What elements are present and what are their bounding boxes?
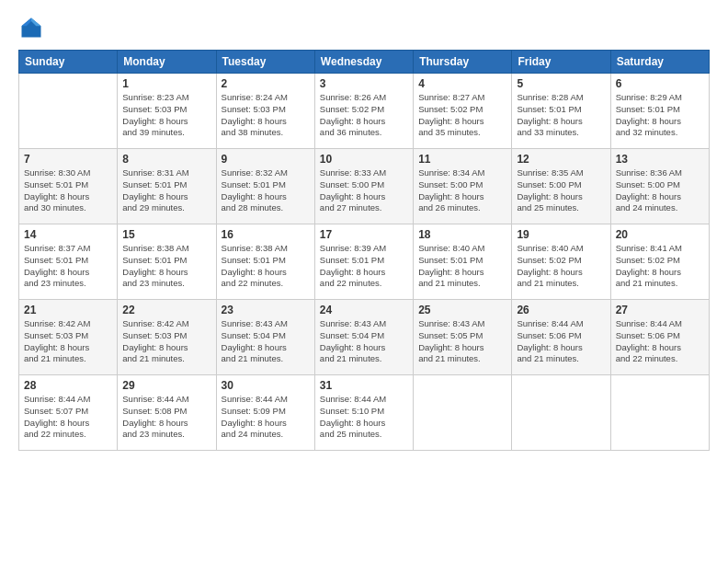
day-cell: 5Sunrise: 8:28 AM Sunset: 5:01 PM Daylig… xyxy=(512,74,610,149)
day-cell: 15Sunrise: 8:38 AM Sunset: 5:01 PM Dayli… xyxy=(118,224,216,300)
day-cell: 31Sunrise: 8:44 AM Sunset: 5:10 PM Dayli… xyxy=(314,375,413,451)
day-cell: 12Sunrise: 8:35 AM Sunset: 5:00 PM Dayli… xyxy=(512,149,610,224)
day-info: Sunrise: 8:40 AM Sunset: 5:02 PM Dayligh… xyxy=(517,243,605,290)
day-info: Sunrise: 8:39 AM Sunset: 5:01 PM Dayligh… xyxy=(320,243,408,290)
day-info: Sunrise: 8:29 AM Sunset: 5:01 PM Dayligh… xyxy=(616,92,704,139)
day-number: 8 xyxy=(122,153,210,166)
day-info: Sunrise: 8:37 AM Sunset: 5:01 PM Dayligh… xyxy=(24,243,112,290)
week-row-2: 7Sunrise: 8:30 AM Sunset: 5:01 PM Daylig… xyxy=(19,149,710,224)
day-number: 9 xyxy=(222,153,310,166)
day-info: Sunrise: 8:43 AM Sunset: 5:05 PM Dayligh… xyxy=(418,318,506,365)
day-number: 18 xyxy=(418,228,506,241)
day-cell: 14Sunrise: 8:37 AM Sunset: 5:01 PM Dayli… xyxy=(19,224,118,300)
day-info: Sunrise: 8:44 AM Sunset: 5:06 PM Dayligh… xyxy=(517,318,605,365)
header-cell-sunday: Sunday xyxy=(19,51,118,74)
day-cell xyxy=(610,375,709,451)
day-cell: 10Sunrise: 8:33 AM Sunset: 5:00 PM Dayli… xyxy=(314,149,413,224)
header-cell-monday: Monday xyxy=(118,51,216,74)
day-info: Sunrise: 8:35 AM Sunset: 5:00 PM Dayligh… xyxy=(517,167,605,214)
day-number: 19 xyxy=(517,228,605,241)
day-number: 5 xyxy=(517,77,605,90)
day-number: 1 xyxy=(122,77,210,90)
day-cell xyxy=(19,74,118,149)
day-info: Sunrise: 8:36 AM Sunset: 5:00 PM Dayligh… xyxy=(616,167,704,214)
day-info: Sunrise: 8:42 AM Sunset: 5:03 PM Dayligh… xyxy=(24,318,112,365)
day-number: 31 xyxy=(320,379,408,392)
day-info: Sunrise: 8:31 AM Sunset: 5:01 PM Dayligh… xyxy=(122,167,210,214)
calendar-table: SundayMondayTuesdayWednesdayThursdayFrid… xyxy=(18,50,710,451)
day-cell: 21Sunrise: 8:42 AM Sunset: 5:03 PM Dayli… xyxy=(19,300,118,375)
header-cell-saturday: Saturday xyxy=(610,51,709,74)
day-number: 26 xyxy=(517,304,605,316)
day-number: 23 xyxy=(222,304,310,316)
day-number: 17 xyxy=(320,228,408,241)
day-cell: 8Sunrise: 8:31 AM Sunset: 5:01 PM Daylig… xyxy=(118,149,216,224)
day-number: 11 xyxy=(418,153,506,166)
day-number: 10 xyxy=(320,153,408,166)
day-info: Sunrise: 8:27 AM Sunset: 5:02 PM Dayligh… xyxy=(418,92,506,139)
day-info: Sunrise: 8:44 AM Sunset: 5:08 PM Dayligh… xyxy=(122,394,210,441)
header-row: SundayMondayTuesdayWednesdayThursdayFrid… xyxy=(19,51,710,74)
day-number: 30 xyxy=(222,379,310,392)
day-cell: 25Sunrise: 8:43 AM Sunset: 5:05 PM Dayli… xyxy=(414,300,512,375)
day-cell: 13Sunrise: 8:36 AM Sunset: 5:00 PM Dayli… xyxy=(610,149,709,224)
header-cell-thursday: Thursday xyxy=(414,51,512,74)
page: SundayMondayTuesdayWednesdayThursdayFrid… xyxy=(0,0,728,563)
day-info: Sunrise: 8:24 AM Sunset: 5:03 PM Dayligh… xyxy=(222,92,310,139)
day-number: 4 xyxy=(418,77,506,90)
day-info: Sunrise: 8:44 AM Sunset: 5:10 PM Dayligh… xyxy=(320,394,408,441)
day-cell: 7Sunrise: 8:30 AM Sunset: 5:01 PM Daylig… xyxy=(19,149,118,224)
day-info: Sunrise: 8:41 AM Sunset: 5:02 PM Dayligh… xyxy=(616,243,704,290)
day-info: Sunrise: 8:34 AM Sunset: 5:00 PM Dayligh… xyxy=(418,167,506,214)
week-row-4: 21Sunrise: 8:42 AM Sunset: 5:03 PM Dayli… xyxy=(19,300,710,375)
day-cell: 19Sunrise: 8:40 AM Sunset: 5:02 PM Dayli… xyxy=(512,224,610,300)
day-info: Sunrise: 8:38 AM Sunset: 5:01 PM Dayligh… xyxy=(222,243,310,290)
day-cell: 11Sunrise: 8:34 AM Sunset: 5:00 PM Dayli… xyxy=(414,149,512,224)
day-cell: 16Sunrise: 8:38 AM Sunset: 5:01 PM Dayli… xyxy=(216,224,314,300)
day-number: 27 xyxy=(616,304,704,316)
day-cell: 4Sunrise: 8:27 AM Sunset: 5:02 PM Daylig… xyxy=(414,74,512,149)
day-info: Sunrise: 8:44 AM Sunset: 5:07 PM Dayligh… xyxy=(24,394,112,441)
day-info: Sunrise: 8:43 AM Sunset: 5:04 PM Dayligh… xyxy=(222,318,310,365)
day-cell: 27Sunrise: 8:44 AM Sunset: 5:06 PM Dayli… xyxy=(610,300,709,375)
week-row-5: 28Sunrise: 8:44 AM Sunset: 5:07 PM Dayli… xyxy=(19,375,710,451)
day-info: Sunrise: 8:23 AM Sunset: 5:03 PM Dayligh… xyxy=(122,92,210,139)
day-info: Sunrise: 8:30 AM Sunset: 5:01 PM Dayligh… xyxy=(24,167,112,214)
day-cell: 18Sunrise: 8:40 AM Sunset: 5:01 PM Dayli… xyxy=(414,224,512,300)
day-number: 20 xyxy=(616,228,704,241)
day-number: 13 xyxy=(616,153,704,166)
day-cell xyxy=(512,375,610,451)
day-cell: 22Sunrise: 8:42 AM Sunset: 5:03 PM Dayli… xyxy=(118,300,216,375)
header-cell-tuesday: Tuesday xyxy=(216,51,314,74)
day-number: 28 xyxy=(24,379,112,392)
day-info: Sunrise: 8:43 AM Sunset: 5:04 PM Dayligh… xyxy=(320,318,408,365)
day-number: 12 xyxy=(517,153,605,166)
day-cell: 20Sunrise: 8:41 AM Sunset: 5:02 PM Dayli… xyxy=(610,224,709,300)
day-info: Sunrise: 8:33 AM Sunset: 5:00 PM Dayligh… xyxy=(320,167,408,214)
day-cell: 2Sunrise: 8:24 AM Sunset: 5:03 PM Daylig… xyxy=(216,74,314,149)
day-info: Sunrise: 8:28 AM Sunset: 5:01 PM Dayligh… xyxy=(517,92,605,139)
day-info: Sunrise: 8:32 AM Sunset: 5:01 PM Dayligh… xyxy=(222,167,310,214)
day-cell: 17Sunrise: 8:39 AM Sunset: 5:01 PM Dayli… xyxy=(314,224,413,300)
header-cell-friday: Friday xyxy=(512,51,610,74)
day-number: 3 xyxy=(320,77,408,90)
day-number: 22 xyxy=(122,304,210,316)
day-number: 7 xyxy=(24,153,112,166)
day-cell: 30Sunrise: 8:44 AM Sunset: 5:09 PM Dayli… xyxy=(216,375,314,451)
day-cell: 6Sunrise: 8:29 AM Sunset: 5:01 PM Daylig… xyxy=(610,74,709,149)
logo xyxy=(18,15,48,40)
day-cell: 26Sunrise: 8:44 AM Sunset: 5:06 PM Dayli… xyxy=(512,300,610,375)
day-info: Sunrise: 8:26 AM Sunset: 5:02 PM Dayligh… xyxy=(320,92,408,139)
day-number: 2 xyxy=(222,77,310,90)
day-info: Sunrise: 8:42 AM Sunset: 5:03 PM Dayligh… xyxy=(122,318,210,365)
week-row-3: 14Sunrise: 8:37 AM Sunset: 5:01 PM Dayli… xyxy=(19,224,710,300)
day-number: 25 xyxy=(418,304,506,316)
day-number: 6 xyxy=(616,77,704,90)
day-number: 24 xyxy=(320,304,408,316)
day-number: 14 xyxy=(24,228,112,241)
header-cell-wednesday: Wednesday xyxy=(314,51,413,74)
day-info: Sunrise: 8:40 AM Sunset: 5:01 PM Dayligh… xyxy=(418,243,506,290)
day-info: Sunrise: 8:38 AM Sunset: 5:01 PM Dayligh… xyxy=(122,243,210,290)
day-cell: 3Sunrise: 8:26 AM Sunset: 5:02 PM Daylig… xyxy=(314,74,413,149)
day-info: Sunrise: 8:44 AM Sunset: 5:06 PM Dayligh… xyxy=(616,318,704,365)
